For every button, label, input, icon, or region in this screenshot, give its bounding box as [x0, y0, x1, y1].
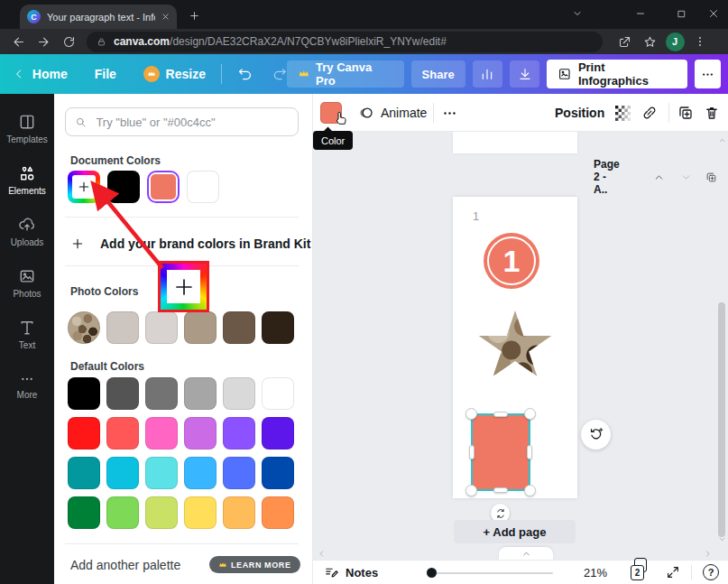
sync-reflect-button[interactable] — [581, 420, 611, 450]
element-more-button[interactable] — [442, 94, 457, 132]
color-swatch[interactable] — [145, 417, 178, 450]
delete-button[interactable] — [704, 94, 720, 132]
resize-handle-s[interactable] — [493, 487, 508, 493]
reload-button[interactable] — [56, 30, 81, 53]
photo-color-swatch[interactable] — [68, 311, 100, 344]
resize-button[interactable]: Resize — [166, 67, 206, 81]
print-infographics-button[interactable]: Print Infographics — [547, 60, 687, 88]
scroll-left-arrow[interactable] — [315, 547, 327, 560]
resize-handle-nw[interactable] — [465, 408, 477, 420]
vertical-scrollbar[interactable] — [715, 132, 728, 560]
minimize-button[interactable] — [624, 0, 657, 27]
move-page-down-icon[interactable] — [680, 171, 692, 183]
tab-close-icon[interactable] — [161, 13, 170, 21]
color-swatch[interactable] — [106, 377, 139, 410]
resize-handle-sw[interactable] — [465, 485, 477, 496]
color-swatch[interactable] — [223, 311, 255, 344]
color-swatch[interactable] — [68, 417, 100, 450]
sidebar-item-templates[interactable]: Templates — [0, 103, 54, 154]
home-button[interactable]: Home — [32, 67, 68, 81]
selected-square-element[interactable] — [471, 413, 530, 491]
chevron-left-icon[interactable] — [13, 68, 25, 80]
profile-button[interactable]: J — [662, 30, 687, 53]
try-canva-pro-button[interactable]: Try Canva Pro — [287, 60, 403, 88]
share-page-button[interactable] — [612, 30, 637, 53]
maximize-button[interactable] — [665, 0, 697, 27]
page-2[interactable]: 1 1 — [453, 197, 577, 498]
color-swatch[interactable] — [184, 311, 217, 344]
toolbar-more-button[interactable] — [695, 60, 721, 88]
color-swatch[interactable] — [184, 496, 217, 529]
browser-menu-button[interactable] — [687, 30, 713, 53]
sidebar-item-text[interactable]: Text — [0, 309, 54, 360]
sidebar-item-photos[interactable]: Photos — [0, 257, 54, 309]
resize-handle-w[interactable] — [469, 445, 475, 459]
move-page-up-icon[interactable] — [653, 171, 665, 183]
color-swatch[interactable] — [68, 496, 100, 529]
color-swatch[interactable] — [106, 457, 139, 489]
color-swatch[interactable] — [68, 377, 100, 410]
color-swatch[interactable] — [145, 457, 178, 489]
color-swatch[interactable] — [184, 417, 217, 450]
sidebar-item-uploads[interactable]: Uploads — [0, 206, 54, 257]
color-swatch[interactable] — [262, 377, 294, 410]
pages-button[interactable]: 2 — [631, 561, 644, 584]
file-menu[interactable]: File — [95, 67, 116, 81]
color-swatch[interactable] — [184, 377, 217, 410]
resize-handle-n[interactable] — [493, 412, 508, 417]
transparency-button[interactable] — [614, 94, 631, 132]
link-button[interactable] — [641, 94, 658, 132]
color-swatch[interactable] — [68, 457, 100, 489]
resize-handle-e[interactable] — [527, 445, 532, 459]
color-swatch[interactable] — [223, 377, 255, 410]
color-swatch[interactable] — [262, 457, 294, 489]
color-swatch[interactable] — [106, 311, 139, 344]
help-button[interactable] — [703, 561, 719, 584]
color-swatch[interactable] — [187, 171, 219, 203]
animate-button[interactable]: Animate — [358, 94, 427, 132]
color-swatch[interactable] — [262, 417, 294, 450]
notes-button[interactable]: Notes — [324, 561, 378, 584]
color-swatch[interactable] — [107, 171, 140, 203]
page-2-title[interactable]: Page 2 - A.. — [594, 158, 620, 196]
color-swatch[interactable] — [184, 457, 217, 489]
add-color-swatch[interactable] — [68, 171, 100, 203]
scroll-down-arrow[interactable] — [715, 533, 728, 545]
color-swatch[interactable] — [262, 311, 294, 344]
zoom-slider-knob[interactable] — [427, 568, 437, 578]
new-tab-button[interactable] — [186, 7, 202, 23]
url-bar[interactable]: canva.com/design/DAE32CRaX2A/N7QCBYw8iPl… — [87, 32, 603, 52]
color-swatch[interactable] — [106, 496, 139, 529]
share-button[interactable]: Share — [411, 60, 465, 88]
add-page-button[interactable]: + Add page — [454, 520, 576, 543]
position-button[interactable]: Position — [555, 94, 604, 132]
brand-kit-row[interactable]: Add your brand colors in Brand Kit — [70, 227, 310, 260]
sidebar-item-elements[interactable]: Elements — [0, 154, 54, 206]
resize-handle-ne[interactable] — [524, 408, 536, 420]
color-swatch[interactable] — [223, 496, 255, 529]
bookmark-button[interactable] — [637, 30, 662, 53]
back-button[interactable] — [5, 30, 31, 53]
color-swatch[interactable] — [145, 311, 178, 344]
color-swatch[interactable] — [223, 457, 255, 489]
color-swatch[interactable] — [145, 377, 178, 410]
scrollbar-thumb[interactable] — [718, 302, 725, 537]
browser-tab[interactable]: Your paragraph text - Infographi — [20, 5, 177, 29]
numbered-circle-element[interactable]: 1 — [484, 233, 539, 289]
resize-handle-se[interactable] — [524, 485, 536, 496]
redo-button[interactable] — [272, 66, 288, 82]
learn-more-badge[interactable]: LEARN MORE — [209, 556, 300, 573]
tab-search-button[interactable] — [561, 0, 594, 27]
scroll-right-arrow[interactable] — [701, 547, 714, 560]
horizontal-scrollbar[interactable] — [313, 547, 715, 560]
close-button[interactable] — [697, 0, 728, 27]
sidebar-item-more[interactable]: More — [0, 360, 54, 412]
color-swatch[interactable] — [262, 496, 294, 529]
insights-button[interactable] — [473, 60, 502, 88]
fullscreen-button[interactable] — [666, 561, 680, 584]
color-swatch-selected[interactable] — [147, 171, 180, 203]
photo-star-element[interactable] — [477, 311, 553, 383]
undo-button[interactable] — [237, 66, 253, 82]
collapse-panel-tab[interactable] — [499, 547, 553, 560]
color-search-input[interactable] — [94, 115, 289, 130]
